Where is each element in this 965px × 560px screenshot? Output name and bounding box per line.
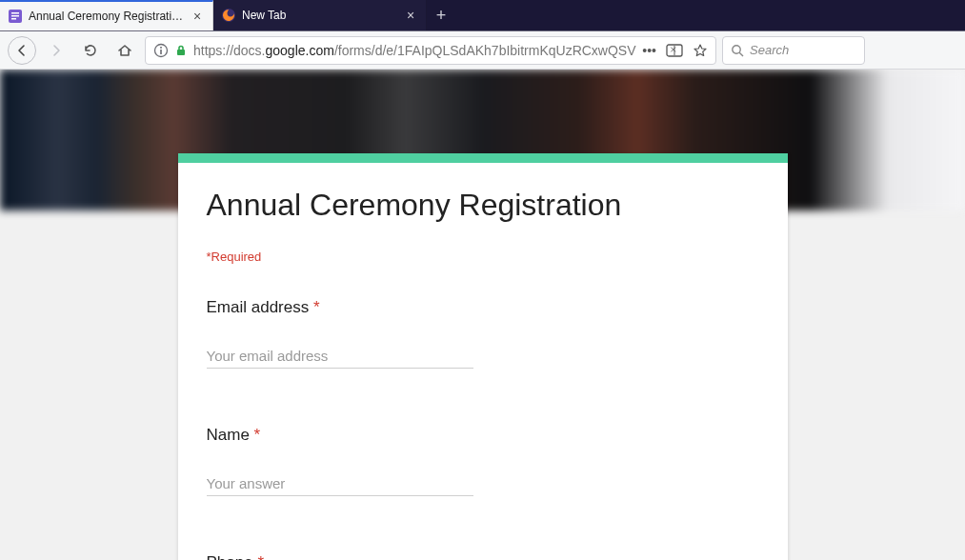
toolbar: https://docs.google.com/forms/d/e/1FAIpQ…: [0, 31, 965, 70]
google-forms-icon: [8, 9, 23, 24]
question-email: Email address *: [207, 298, 759, 369]
forward-button: [42, 36, 70, 65]
question-name: Name *: [207, 426, 759, 496]
tab-inactive[interactable]: New Tab ×: [213, 0, 427, 30]
firefox-icon: [221, 8, 236, 23]
svg-point-10: [733, 45, 740, 52]
new-tab-button[interactable]: +: [427, 0, 455, 30]
page-viewport: Annual Ceremony Registration *Required E…: [0, 70, 965, 560]
close-icon[interactable]: ×: [190, 9, 205, 24]
svg-line-11: [739, 52, 743, 56]
tab-title: Annual Ceremony Registration: [29, 10, 184, 23]
reader-mode-icon[interactable]: [666, 43, 683, 58]
search-placeholder: Search: [750, 43, 789, 57]
search-bar[interactable]: Search: [722, 36, 865, 65]
svg-rect-1: [11, 12, 19, 14]
page-actions-icon[interactable]: •••: [642, 43, 656, 58]
home-button[interactable]: [111, 36, 139, 65]
form-title: Annual Ceremony Registration: [207, 188, 759, 223]
tab-active[interactable]: Annual Ceremony Registration ×: [0, 0, 213, 30]
back-button[interactable]: [8, 36, 36, 65]
close-icon[interactable]: ×: [403, 8, 418, 23]
lock-icon: [174, 44, 188, 57]
svg-rect-8: [177, 50, 185, 55]
search-icon: [731, 44, 744, 57]
question-label: Phone *: [207, 553, 759, 560]
question-label: Email address *: [207, 298, 759, 317]
reload-button[interactable]: [76, 36, 105, 65]
question-label: Name *: [207, 426, 759, 445]
svg-rect-6: [160, 50, 162, 54]
question-phone: Phone *: [207, 553, 759, 560]
svg-rect-2: [11, 15, 19, 17]
bookmark-icon[interactable]: [693, 43, 708, 58]
info-icon[interactable]: [153, 43, 169, 58]
tab-title: New Tab: [242, 9, 397, 22]
form-card: Annual Ceremony Registration *Required E…: [178, 153, 788, 560]
name-field[interactable]: [207, 471, 473, 496]
url-bar[interactable]: https://docs.google.com/forms/d/e/1FAIpQ…: [145, 36, 716, 65]
tab-strip: Annual Ceremony Registration × New Tab ×…: [0, 0, 965, 31]
svg-rect-3: [11, 18, 16, 20]
required-note: *Required: [207, 250, 759, 264]
svg-rect-7: [160, 47, 162, 49]
url-text: https://docs.google.com/forms/d/e/1FAIpQ…: [193, 43, 636, 58]
email-field[interactable]: [207, 344, 473, 369]
